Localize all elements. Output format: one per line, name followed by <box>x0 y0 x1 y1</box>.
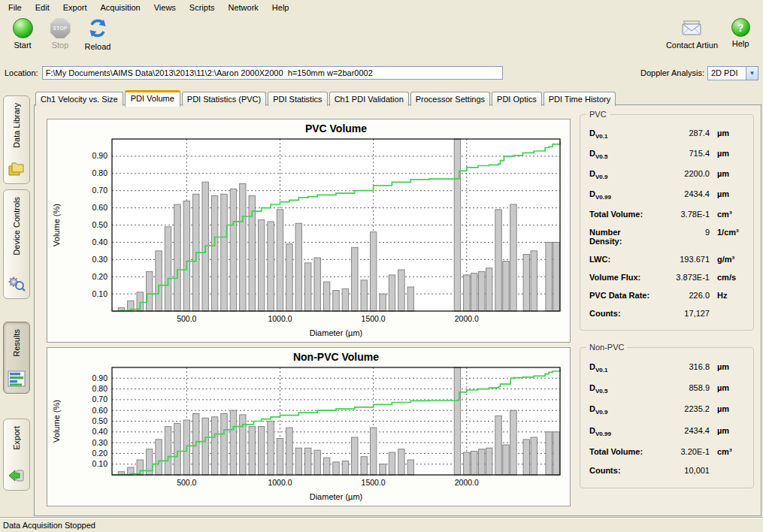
svg-text:0.30: 0.30 <box>92 438 108 447</box>
app-window: FileEditExportAcquisitionViewsScriptsNet… <box>0 0 763 532</box>
stop-label: Stop <box>52 41 69 50</box>
svg-text:0.60: 0.60 <box>92 203 108 212</box>
menu-item-export[interactable]: Export <box>56 2 94 14</box>
tab-pdi-optics[interactable]: PDI Optics <box>492 92 542 106</box>
start-button[interactable]: Start <box>8 18 38 50</box>
stop-icon: STOP <box>50 18 71 38</box>
stat-unit: cm/s <box>710 273 747 282</box>
tab-ch1-pdi-validation[interactable]: Ch1 PDI Validation <box>329 92 409 106</box>
doppler-analysis-select[interactable]: 2D PDI ▼ <box>707 66 758 80</box>
toolbar: Start STOP Stop Reload <box>0 15 763 62</box>
pvc-stats-rows: DV0.1287.4µmDV0.5715.4µmDV0.92200.0µmDV0… <box>580 115 753 330</box>
stop-button[interactable]: STOP Stop <box>45 18 75 50</box>
help-button[interactable]: ? Help <box>725 18 755 48</box>
sidebar: Data LibraryDevice ControlsResultsExport <box>0 84 33 517</box>
stat-value: 3.873E-1 <box>656 273 710 282</box>
stat-value: 9 <box>656 228 710 237</box>
stat-label: Total Volume: <box>589 447 656 456</box>
menu-item-acquisition[interactable]: Acquisition <box>94 2 147 14</box>
folders-icon <box>8 161 26 179</box>
tab-pdi-statistics[interactable]: PDI Statistics <box>268 92 327 106</box>
sidebar-item-device-controls[interactable]: Device Controls <box>3 189 30 299</box>
svg-text:1500.0: 1500.0 <box>362 478 386 487</box>
stat-value: 287.4 <box>656 128 710 138</box>
stat-label: LWC: <box>589 255 656 264</box>
location-label: Location: <box>5 68 38 77</box>
stat-row: DV0.92200.0µm <box>589 169 747 180</box>
svg-text:2000.0: 2000.0 <box>455 314 479 323</box>
stat-unit: µm <box>710 383 747 392</box>
menu-item-network[interactable]: Network <box>221 2 265 14</box>
svg-text:Volume (%): Volume (%) <box>52 204 61 246</box>
tab-ch1-velocity-vs-size[interactable]: Ch1 Velocity vs. Size <box>35 92 123 106</box>
tab-pdi-volume[interactable]: PDI Volume <box>125 90 180 107</box>
stat-unit: cm³ <box>710 447 747 456</box>
stat-row: DV0.1287.4µm <box>589 128 747 140</box>
sidebar-item-label: Data Library <box>12 103 21 148</box>
svg-text:0.70: 0.70 <box>92 394 108 404</box>
stat-label: DV0.99 <box>589 189 656 201</box>
sidebar-item-results[interactable]: Results <box>3 322 30 394</box>
reload-button[interactable]: Reload <box>83 18 113 51</box>
menu-item-file[interactable]: File <box>2 2 29 14</box>
pvc-stats-title: PVC <box>586 110 610 119</box>
svg-text:0.30: 0.30 <box>92 255 108 264</box>
menu-item-edit[interactable]: Edit <box>29 2 56 14</box>
export-icon <box>8 467 26 485</box>
contact-button[interactable]: Contact Artiun <box>666 18 718 50</box>
gears-icon <box>8 276 26 294</box>
menu-item-views[interactable]: Views <box>147 2 183 14</box>
stat-label: Number Density: <box>589 228 656 246</box>
stat-value: 2200.0 <box>656 169 710 178</box>
barchart-icon <box>8 370 26 388</box>
sidebar-item-export[interactable]: Export <box>3 419 30 491</box>
stat-row: Total Volume:3.78E-1cm³ <box>589 210 747 219</box>
svg-text:Diameter (µm): Diameter (µm) <box>310 492 363 501</box>
tab-pdi-statistics-pvc[interactable]: PDI Statistics (PVC) <box>182 92 266 106</box>
stat-value: 316.8 <box>656 362 710 371</box>
stat-label: DV0.1 <box>589 128 656 140</box>
svg-text:0.50: 0.50 <box>92 220 108 229</box>
tab-pdi-time-history[interactable]: PDI Time History <box>543 92 616 106</box>
menu-item-scripts[interactable]: Scripts <box>183 2 222 14</box>
non-pvc-volume-chart: 0.100.200.300.400.500.600.700.800.90500.… <box>47 348 570 506</box>
stat-label: DV0.1 <box>589 362 656 373</box>
location-row: Location: Doppler Analysis: 2D PDI ▼ <box>0 63 763 83</box>
pvc-stats-groupbox: PVC DV0.1287.4µmDV0.5715.4µmDV0.92200.0µ… <box>580 114 754 331</box>
start-icon <box>13 18 33 38</box>
stat-unit: Hz <box>710 291 747 300</box>
svg-text:0.40: 0.40 <box>92 237 108 246</box>
menu-bar: FileEditExportAcquisitionViewsScriptsNet… <box>0 0 763 14</box>
help-icon: ? <box>731 18 750 37</box>
stat-value: 3.78E-1 <box>656 210 710 219</box>
chevron-down-icon[interactable]: ▼ <box>746 67 758 80</box>
help-label: Help <box>732 39 749 48</box>
tab-bar: Ch1 Velocity vs. SizePDI VolumePDI Stati… <box>35 88 617 105</box>
svg-text:0.60: 0.60 <box>92 406 108 415</box>
pvc-volume-chart: 0.100.200.300.400.500.600.700.800.90500.… <box>47 119 570 342</box>
stat-value: 3.20E-1 <box>656 447 710 456</box>
sidebar-item-data-library[interactable]: Data Library <box>3 95 30 184</box>
stat-label: DV0.5 <box>589 383 656 394</box>
stat-row: DV0.992434.4µm <box>589 426 747 437</box>
svg-text:PVC Volume: PVC Volume <box>305 122 367 135</box>
stat-value: 10,001 <box>656 466 710 475</box>
stat-label: DV0.5 <box>589 149 656 160</box>
stat-row: PVC Data Rate:226.0Hz <box>589 291 747 300</box>
stat-unit: µm <box>710 169 747 178</box>
tab-processor-settings[interactable]: Processor Settings <box>410 92 490 106</box>
non-pvc-stats-rows: DV0.1316.8µmDV0.5858.9µmDV0.92235.2µmDV0… <box>580 348 753 488</box>
menu-item-help[interactable]: Help <box>265 2 296 14</box>
stat-value: 2235.2 <box>656 404 710 413</box>
stat-label: Counts: <box>589 309 656 318</box>
svg-text:500.0: 500.0 <box>177 478 196 487</box>
stat-value: 17,127 <box>656 309 710 318</box>
stat-unit: µm <box>710 149 747 158</box>
location-input[interactable] <box>42 66 503 80</box>
tab-page-pdi-volume: 0.100.200.300.400.500.600.700.800.90500.… <box>34 104 761 516</box>
stat-row: DV0.5715.4µm <box>589 149 747 160</box>
svg-text:0.70: 0.70 <box>92 186 108 195</box>
pvc-volume-chart-panel: 0.100.200.300.400.500.600.700.800.90500.… <box>47 119 571 343</box>
svg-text:Non-PVC Volume: Non-PVC Volume <box>293 351 379 363</box>
stat-row: DV0.92235.2µm <box>589 404 747 416</box>
